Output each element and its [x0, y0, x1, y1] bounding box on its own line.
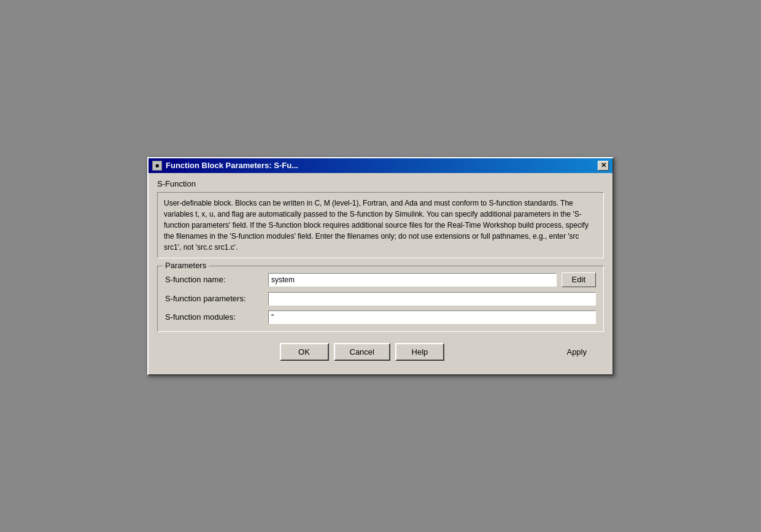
edit-button[interactable]: Edit [562, 272, 596, 287]
btn-group: OK Cancel Help [280, 343, 444, 361]
sfunc-params-label: S-function parameters: [165, 294, 263, 303]
apply-button[interactable]: Apply [558, 344, 595, 360]
sfunc-modules-input[interactable] [268, 310, 596, 324]
description-box: User-definable block. Blocks can be writ… [157, 192, 604, 258]
help-button[interactable]: Help [395, 343, 444, 361]
ok-button[interactable]: OK [280, 343, 329, 361]
title-bar-left: ■ Function Block Parameters: S-Fu... [152, 161, 298, 171]
description-text: User-definable block. Blocks can be writ… [164, 199, 589, 252]
sfunc-modules-row: S-function modules: [165, 310, 596, 324]
sfunc-name-input[interactable] [268, 273, 557, 287]
sfunc-params-row: S-function parameters: [165, 292, 596, 306]
parameters-group: Parameters S-function name: Edit S-funct… [157, 266, 604, 332]
parameters-legend: Parameters [163, 261, 209, 270]
bottom-buttons-row: OK Cancel Help Apply [157, 341, 604, 367]
window-icon: ■ [152, 161, 162, 171]
section-label: S-Function [157, 179, 604, 188]
close-button[interactable]: ✕ [598, 161, 609, 171]
cancel-button[interactable]: Cancel [334, 343, 390, 361]
sfunc-modules-label: S-function modules: [165, 312, 263, 322]
sfunc-name-row: S-function name: Edit [165, 272, 596, 287]
dialog-window: ■ Function Block Parameters: S-Fu... ✕ S… [147, 157, 614, 376]
title-bar: ■ Function Block Parameters: S-Fu... ✕ [149, 158, 612, 173]
sfunc-params-input[interactable] [268, 292, 596, 306]
dialog-body: S-Function User-definable block. Blocks … [149, 173, 612, 374]
sfunc-name-label: S-function name: [165, 275, 263, 284]
window-title: Function Block Parameters: S-Fu... [166, 161, 298, 170]
